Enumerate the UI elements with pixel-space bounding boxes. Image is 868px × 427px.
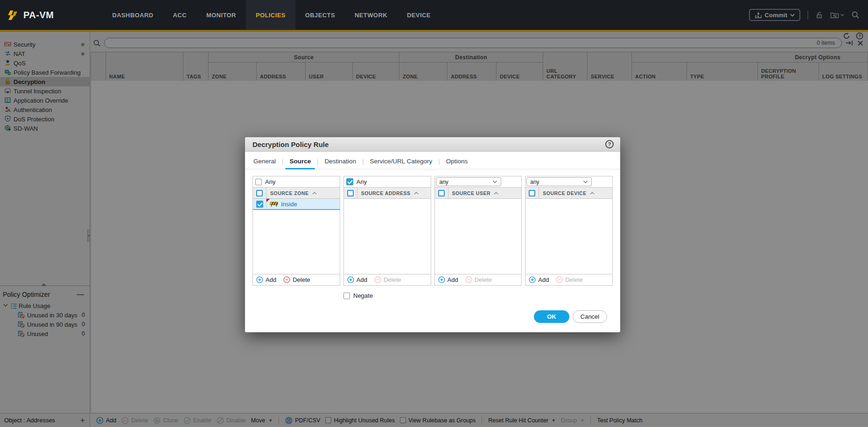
source-user-select[interactable]: any	[436, 177, 501, 186]
nav-item-device[interactable]: DEVICE	[397, 0, 441, 30]
tab-options[interactable]: Options	[440, 158, 474, 169]
source-device-select-row: any	[525, 176, 612, 187]
source-zone-column-label[interactable]: SOURCE ZONE	[270, 190, 309, 196]
source-zone-list: Inside	[253, 199, 340, 274]
source-zone-panel: Any SOURCE ZONE	[252, 176, 340, 286]
dialog-help-icon[interactable]: ?	[605, 140, 614, 148]
tab-destination[interactable]: Destination	[319, 158, 363, 169]
device-delete-button[interactable]: Delete	[556, 276, 583, 283]
nav-utilities: Commit	[749, 9, 860, 21]
delete-icon	[465, 276, 472, 283]
nav-item-dashboard[interactable]: DASHBOARD	[102, 0, 163, 30]
pan-logo-icon	[7, 9, 19, 21]
source-device-list	[525, 199, 612, 274]
zone-name: Inside	[281, 201, 297, 208]
any-checkbox-unchecked[interactable]	[255, 179, 262, 185]
source-user-list	[435, 199, 522, 274]
commit-button[interactable]: Commit	[749, 9, 800, 21]
pan-os-screen: PA-VM DASHBOARD ACC MONITOR POLICIES OBJ…	[0, 0, 868, 427]
zone-icon	[270, 201, 278, 207]
user-delete-button[interactable]: Delete	[465, 276, 492, 283]
sort-asc-icon[interactable]	[414, 192, 419, 195]
tab-source[interactable]: Source	[283, 158, 317, 169]
delete-icon	[374, 276, 381, 283]
nav-item-objects[interactable]: OBJECTS	[295, 0, 345, 30]
lock-icon[interactable]	[815, 11, 823, 19]
select-all-checkbox[interactable]	[438, 190, 445, 196]
source-zone-header: SOURCE ZONE	[253, 187, 340, 199]
source-address-header: SOURCE ADDRESS	[344, 187, 431, 199]
top-nav: PA-VM DASHBOARD ACC MONITOR POLICIES OBJ…	[0, 0, 868, 30]
main-menu: DASHBOARD ACC MONITOR POLICIES OBJECTS N…	[102, 0, 440, 30]
source-address-footer: Add Delete	[344, 274, 431, 285]
device-add-button[interactable]: Add	[529, 276, 549, 283]
edited-flag-icon	[266, 199, 270, 202]
select-all-checkbox[interactable]	[256, 190, 263, 196]
negate-toggle[interactable]: Negate	[343, 292, 613, 299]
delete-icon	[556, 276, 563, 283]
commit-icon	[755, 11, 762, 19]
user-add-button[interactable]: Add	[438, 276, 458, 283]
source-user-header: SOURCE USER	[435, 187, 522, 199]
row-checkbox-checked[interactable]	[256, 201, 263, 208]
dialog-footer: OK Cancel	[252, 310, 613, 332]
config-audit-icon	[830, 11, 840, 19]
source-address-column-label[interactable]: SOURCE ADDRESS	[361, 190, 411, 196]
ok-button[interactable]: OK	[534, 310, 569, 323]
source-device-footer: Add Delete	[525, 274, 612, 285]
config-audit-control[interactable]	[830, 11, 844, 19]
source-user-footer: Add Delete	[435, 274, 522, 285]
source-user-panel: any SOURCE USER	[434, 176, 522, 286]
source-device-column-label[interactable]: SOURCE DEVICE	[543, 190, 586, 196]
address-delete-button[interactable]: Delete	[374, 276, 401, 283]
chevron-down-icon	[492, 180, 497, 183]
add-icon	[529, 276, 536, 283]
source-address-any-row[interactable]: Any	[344, 176, 431, 187]
tab-service-url-category[interactable]: Service/URL Category	[364, 158, 439, 169]
any-checkbox-checked[interactable]	[346, 178, 353, 185]
source-user-column-label[interactable]: SOURCE USER	[452, 190, 491, 196]
decryption-policy-rule-dialog: Decryption Policy Rule ? General | Sourc…	[245, 137, 620, 332]
add-icon	[438, 276, 445, 283]
dialog-body: Any SOURCE ZONE	[245, 169, 620, 332]
source-device-panel: any SOURCE DEVICE	[525, 176, 613, 286]
tab-general[interactable]: General	[252, 158, 282, 169]
brand: PA-VM	[7, 9, 54, 21]
dialog-tabs: General | Source | Destination | Service…	[245, 152, 620, 169]
nav-item-acc[interactable]: ACC	[163, 0, 196, 30]
global-search-icon[interactable]	[851, 11, 860, 19]
cancel-button[interactable]: Cancel	[573, 310, 607, 323]
chevron-down-icon	[583, 180, 588, 183]
nav-item-policies[interactable]: POLICIES	[246, 0, 295, 30]
dialog-title: Decryption Policy Rule	[252, 140, 329, 148]
select-all-checkbox[interactable]	[347, 190, 354, 196]
dialog-title-bar: Decryption Policy Rule ?	[245, 137, 620, 152]
source-device-select[interactable]: any	[526, 177, 592, 186]
chevron-down-icon	[840, 14, 844, 16]
source-address-panel: Any SOURCE ADDRESS Add	[343, 176, 431, 286]
sort-asc-icon[interactable]	[494, 192, 498, 195]
chevron-down-icon	[790, 14, 795, 17]
zone-delete-button[interactable]: Delete	[283, 276, 310, 283]
zone-add-button[interactable]: Add	[256, 276, 276, 283]
brand-name: PA-VM	[23, 10, 54, 21]
sort-asc-icon[interactable]	[312, 192, 317, 195]
source-zone-any-row[interactable]: Any	[253, 176, 340, 187]
source-zone-footer: Add Delete	[253, 274, 340, 285]
add-icon	[347, 276, 354, 283]
zone-row-inside[interactable]: Inside	[253, 199, 340, 210]
select-all-checkbox[interactable]	[529, 190, 535, 196]
sort-asc-icon[interactable]	[590, 192, 595, 195]
nav-item-monitor[interactable]: MONITOR	[196, 0, 246, 30]
nav-item-network[interactable]: NETWORK	[345, 0, 397, 30]
add-icon	[256, 276, 263, 283]
source-address-list	[344, 199, 431, 274]
source-device-header: SOURCE DEVICE	[525, 187, 612, 199]
source-user-select-row: any	[435, 176, 522, 187]
delete-icon	[283, 276, 290, 283]
nav-divider	[807, 11, 808, 19]
address-add-button[interactable]: Add	[347, 276, 367, 283]
negate-checkbox[interactable]	[343, 293, 350, 299]
